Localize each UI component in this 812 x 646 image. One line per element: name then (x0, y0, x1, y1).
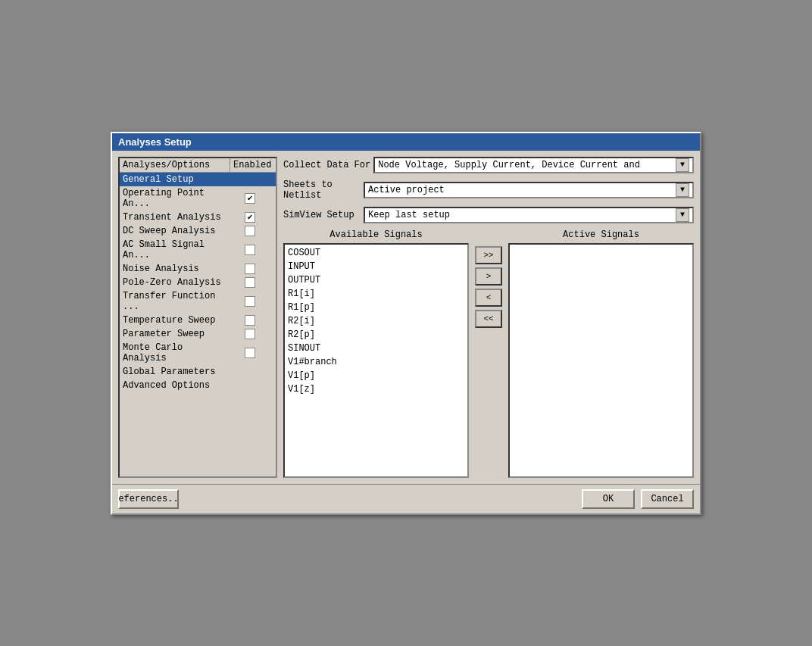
all-left-button[interactable]: << (475, 310, 502, 328)
bottom-bar: eferences.. OK Cancel (112, 484, 700, 513)
left-panel-header: Analyses/Options Enabled (120, 158, 276, 173)
dialog-title: Analyses Setup (118, 136, 192, 148)
signal-item[interactable]: INPUT (288, 260, 464, 273)
one-left-button[interactable]: < (475, 289, 502, 307)
signal-item[interactable]: V1[p] (288, 369, 464, 382)
simview-select[interactable]: Keep last setup ▼ (364, 207, 694, 223)
list-item[interactable]: Parameter Sweep (120, 327, 276, 341)
signal-transfer-buttons: >> > < << (475, 229, 502, 328)
signal-item[interactable]: R1[i] (288, 287, 464, 301)
checkbox-icon (245, 264, 255, 274)
available-signals-panel: Available Signals COSOUTINPUTOUTPUTR1[i]… (283, 229, 469, 478)
checkbox-icon (245, 226, 255, 236)
ok-button[interactable]: OK (582, 489, 635, 509)
list-item-label: Monte Carlo Analysis (123, 342, 227, 364)
references-button[interactable]: eferences.. (118, 489, 179, 509)
list-item-label: AC Small Signal An... (123, 239, 227, 261)
list-item-check (227, 277, 273, 288)
available-signals-title: Available Signals (283, 229, 469, 240)
simview-row: SimView Setup Keep last setup ▼ (283, 207, 694, 223)
list-item-check (227, 245, 273, 255)
cancel-button[interactable]: Cancel (641, 489, 694, 509)
list-item[interactable]: Pole-Zero Analysis (120, 276, 276, 289)
list-item-label: DC Sweep Analysis (123, 226, 227, 236)
list-item-label: General Setup (123, 174, 227, 185)
collect-data-select[interactable]: Node Voltage, Supply Current, Device Cur… (373, 157, 694, 173)
sheets-value: Active project (368, 185, 676, 195)
bottom-right: OK Cancel (582, 489, 694, 509)
simview-arrow[interactable]: ▼ (676, 208, 689, 222)
list-item-label: Parameter Sweep (123, 329, 227, 339)
list-item-check (227, 226, 273, 236)
checkbox-icon (245, 296, 255, 307)
list-item[interactable]: Noise Analysis (120, 262, 276, 276)
list-item[interactable]: Transient Analysis✔ (120, 211, 276, 224)
signal-item[interactable]: SINOUT (288, 342, 464, 355)
signals-area: Available Signals COSOUTINPUTOUTPUTR1[i]… (283, 229, 694, 478)
sheets-select[interactable]: Active project ▼ (364, 182, 694, 198)
title-bar: Analyses Setup (112, 133, 700, 151)
collect-data-row: Collect Data For Node Voltage, Supply Cu… (283, 157, 694, 173)
sheets-row: Sheets to Netlist Active project ▼ (283, 179, 694, 201)
list-item-label: Operating Point An... (123, 188, 227, 209)
col-analyses-header: Analyses/Options (120, 158, 230, 172)
checkbox-icon (245, 315, 255, 326)
collect-data-label: Collect Data For (283, 160, 370, 170)
available-signals-list[interactable]: COSOUTINPUTOUTPUTR1[i]R1[p]R2[i]R2[p]SIN… (283, 243, 469, 478)
signal-item[interactable]: OUTPUT (288, 273, 464, 287)
checkbox-icon (245, 329, 255, 339)
sheets-arrow[interactable]: ▼ (676, 183, 689, 197)
list-item-label: Transfer Function ... (123, 291, 227, 312)
list-item-check (227, 315, 273, 326)
active-signals-title: Active Signals (508, 229, 694, 240)
left-panel: Analyses/Options Enabled General SetupOp… (118, 157, 277, 478)
list-item-label: Global Parameters (123, 367, 227, 377)
list-item-label: Noise Analysis (123, 264, 227, 274)
list-item[interactable]: Operating Point An...✔ (120, 186, 276, 211)
list-item-check (227, 348, 273, 358)
list-item-check: ✔ (227, 193, 273, 204)
checkbox-icon (245, 277, 255, 288)
analyses-list: General SetupOperating Point An...✔Trans… (120, 173, 276, 392)
bottom-left: eferences.. (118, 489, 179, 509)
checkbox-icon (245, 348, 255, 358)
checkbox-icon: ✔ (245, 193, 255, 204)
list-item[interactable]: Advanced Options (120, 379, 276, 392)
signal-item[interactable]: COSOUT (288, 246, 464, 260)
list-item-label: Transient Analysis (123, 212, 227, 223)
list-item-label: Pole-Zero Analysis (123, 277, 227, 288)
list-item-check (227, 329, 273, 339)
one-right-button[interactable]: > (475, 267, 502, 286)
list-item-check: ✔ (227, 212, 273, 223)
dialog-analyses-setup: Analyses Setup Analyses/Options Enabled … (111, 132, 701, 515)
active-signals-list[interactable] (508, 243, 694, 478)
list-item[interactable]: DC Sweep Analysis (120, 224, 276, 238)
signal-item[interactable]: R1[p] (288, 301, 464, 314)
right-panel: Collect Data For Node Voltage, Supply Cu… (283, 157, 694, 478)
col-enabled-header: Enabled (230, 158, 276, 172)
list-item-label: Temperature Sweep (123, 315, 227, 326)
signal-item[interactable]: V1[z] (288, 382, 464, 396)
checkbox-icon (245, 245, 255, 255)
signal-item[interactable]: R2[i] (288, 314, 464, 328)
list-item[interactable]: Global Parameters (120, 365, 276, 379)
list-item-check (227, 264, 273, 274)
active-signals-panel: Active Signals (508, 229, 694, 478)
list-item[interactable]: Monte Carlo Analysis (120, 341, 276, 365)
list-item-check (227, 296, 273, 307)
all-right-button[interactable]: >> (475, 246, 502, 264)
signal-item[interactable]: V1#branch (288, 355, 464, 369)
collect-data-value: Node Voltage, Supply Current, Device Cur… (378, 160, 676, 170)
list-item[interactable]: Temperature Sweep (120, 314, 276, 327)
list-item[interactable]: AC Small Signal An... (120, 238, 276, 262)
simview-label: SimView Setup (283, 210, 359, 220)
list-item[interactable]: General Setup (120, 173, 276, 186)
collect-data-arrow[interactable]: ▼ (676, 158, 689, 172)
sheets-label: Sheets to Netlist (283, 179, 359, 201)
list-item-label: Advanced Options (123, 380, 227, 391)
list-item[interactable]: Transfer Function ... (120, 289, 276, 314)
signal-item[interactable]: R2[p] (288, 328, 464, 342)
simview-value: Keep last setup (368, 210, 676, 220)
checkbox-icon: ✔ (245, 212, 255, 223)
